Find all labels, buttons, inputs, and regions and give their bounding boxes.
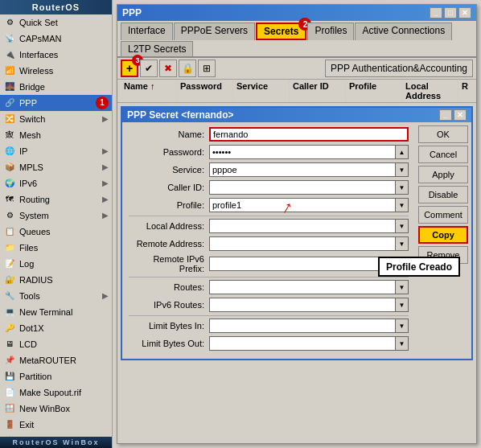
- profile-row: Profile: ▼: [129, 198, 409, 212]
- close-button[interactable]: ✕: [458, 7, 471, 18]
- callerid-input[interactable]: [209, 180, 396, 195]
- remoteaddr-label: Remote Address:: [129, 239, 209, 249]
- sidebar-item-exit[interactable]: 🚪 Exit: [0, 417, 112, 433]
- remoteaddr-dropdown[interactable]: ▼: [396, 236, 409, 251]
- tab-active-connections[interactable]: Active Connections: [355, 23, 452, 40]
- tab-secrets[interactable]: Secrets 2: [256, 23, 306, 40]
- lock-button[interactable]: 🔒: [179, 60, 196, 77]
- dialog-close[interactable]: ✕: [454, 109, 467, 121]
- remove-button[interactable]: ✖: [159, 60, 177, 77]
- ppp-tabs: Interface PPPoE Servers Secrets 2 Profil…: [117, 21, 476, 58]
- sidebar-item-ip[interactable]: 🌐 IP ▶: [0, 143, 112, 159]
- limitbytesout-input[interactable]: [209, 336, 396, 351]
- callerid-dropdown[interactable]: ▼: [396, 180, 409, 195]
- tab-pppoe-servers[interactable]: PPPoE Servers: [174, 23, 255, 40]
- ppp-toolbar: + 3 ✔ ✖ 🔒 ⊞ PPP Authentication&Accountin…: [117, 58, 476, 80]
- sidebar-item-mpls[interactable]: 📦 MPLS ▶: [0, 159, 112, 175]
- password-input[interactable]: [209, 145, 396, 159]
- password-wrap: ▲: [209, 145, 409, 159]
- copy-button[interactable]: Copy: [418, 226, 468, 244]
- sidebar-item-log[interactable]: 📝 Log: [0, 256, 112, 272]
- sidebar-item-ppp[interactable]: 🔗 PPP 1: [0, 95, 112, 111]
- sidebar-item-ipv6[interactable]: 🌍 IPv6 ▶: [0, 175, 112, 191]
- routes-input[interactable]: [209, 280, 396, 294]
- sidebar-item-wireless[interactable]: 📶 Wireless: [0, 63, 112, 79]
- ipv6routes-wrap: ▼: [209, 298, 409, 312]
- expand-arrow: ▶: [102, 162, 109, 171]
- sidebar-item-interfaces[interactable]: 🔌 Interfaces: [0, 47, 112, 63]
- switch-icon: 🔀: [3, 113, 16, 125]
- minimize-button[interactable]: _: [430, 7, 442, 18]
- sidebar-item-quickset[interactable]: ⚙ Quick Set: [0, 14, 112, 31]
- remoteipv6-wrap: Profile Creado ▼: [209, 257, 409, 271]
- limitbytesin-input[interactable]: [209, 319, 396, 333]
- sidebar-item-queues[interactable]: 📋 Queues: [0, 224, 112, 240]
- form-divider: [129, 216, 409, 216]
- main-content: PPP _ □ ✕ Interface PPPoE Servers Secret…: [113, 0, 481, 448]
- column-headers: Name ↑ Password Service Caller ID Profil…: [117, 80, 476, 103]
- remoteipv6-input[interactable]: [209, 257, 396, 271]
- password-scroll-up[interactable]: ▲: [396, 145, 409, 159]
- sidebar-item-capsman[interactable]: 📡 CAPsMAN: [0, 31, 112, 47]
- profile-dropdown[interactable]: ▼: [396, 198, 409, 212]
- disable-button[interactable]: Disable: [418, 186, 468, 203]
- ipv6routes-dropdown[interactable]: ▼: [396, 298, 409, 312]
- localaddr-input[interactable]: [209, 219, 396, 233]
- expand-arrow: ▶: [102, 211, 109, 220]
- maximize-button[interactable]: □: [444, 7, 457, 18]
- remoteipv6-row: Remote IPv6 Prefix: Profile Creado ▼: [129, 254, 409, 273]
- profile-wrap: ▼: [209, 198, 409, 212]
- add-button[interactable]: + 3: [121, 60, 138, 77]
- tab-profiles[interactable]: Profiles: [307, 23, 354, 40]
- sidebar-item-routing[interactable]: 🗺 Routing ▶: [0, 191, 112, 208]
- limitbytesin-dropdown[interactable]: ▼: [396, 319, 409, 333]
- remoteaddr-wrap: ▼: [209, 236, 409, 251]
- sidebar-item-label: Quick Set: [19, 18, 109, 27]
- cancel-button[interactable]: Cancel: [418, 146, 468, 163]
- sidebar-item-bridge[interactable]: 🌉 Bridge: [0, 79, 112, 95]
- limitbytesout-dropdown[interactable]: ▼: [396, 336, 409, 351]
- tab-l2tp-secrets[interactable]: L2TP Secrets: [121, 41, 193, 56]
- col-localaddr: Local Address: [402, 80, 458, 101]
- sidebar-item-radius[interactable]: 🔐 RADIUS: [0, 272, 112, 288]
- log-icon: 📝: [3, 257, 16, 270]
- routes-row: Routes: ▼: [129, 280, 409, 294]
- localaddr-dropdown[interactable]: ▼: [396, 219, 409, 233]
- remove-icon: ✖: [164, 63, 172, 74]
- filter-button[interactable]: ⊞: [198, 60, 216, 77]
- sidebar-item-dot1x[interactable]: 🔑 Dot1X: [0, 320, 112, 336]
- sidebar-item-lcd[interactable]: 🖥 LCD: [0, 336, 112, 352]
- ip-icon: 🌐: [3, 145, 16, 158]
- sidebar-item-system[interactable]: ⚙ System ▶: [0, 208, 112, 224]
- service-label: Service:: [129, 165, 209, 175]
- profile-input[interactable]: [209, 198, 396, 212]
- tab-interface[interactable]: Interface: [121, 23, 173, 40]
- sidebar-item-newterminal[interactable]: 💻 New Terminal: [0, 304, 112, 320]
- sidebar-item-newwinbox[interactable]: 🪟 New WinBox: [0, 401, 112, 417]
- profile-label: Profile:: [129, 200, 209, 210]
- service-dropdown[interactable]: ▼: [396, 162, 409, 177]
- sidebar-item-label: New Terminal: [19, 307, 109, 317]
- service-input[interactable]: [209, 162, 396, 177]
- sidebar-item-metarouter[interactable]: 📌 MetaROUTER: [0, 352, 112, 368]
- comment-button[interactable]: Comment: [418, 206, 468, 224]
- ok-button[interactable]: OK: [418, 125, 468, 143]
- check-button[interactable]: ✔: [140, 60, 158, 77]
- routes-dropdown[interactable]: ▼: [396, 280, 409, 294]
- ipv6routes-input[interactable]: [209, 298, 396, 312]
- sidebar-item-label: LCD: [19, 339, 109, 349]
- sidebar-item-files[interactable]: 📁 Files: [0, 240, 112, 256]
- auth-accounting-label: PPP Authentication&Accounting: [331, 63, 467, 74]
- expand-arrow: ▶: [102, 179, 109, 187]
- name-row: Name:: [129, 127, 409, 142]
- sidebar-item-mesh[interactable]: 🕸 Mesh: [0, 127, 112, 143]
- sidebar-item-tools[interactable]: 🔧 Tools ▶: [0, 288, 112, 304]
- sidebar-item-partition[interactable]: 💾 Partition: [0, 368, 112, 384]
- dialog-minimize[interactable]: _: [439, 109, 452, 121]
- name-input[interactable]: [209, 127, 409, 142]
- remoteaddr-input[interactable]: [209, 236, 396, 251]
- sidebar-item-switch[interactable]: 🔀 Switch ▶: [0, 111, 112, 127]
- apply-button[interactable]: Apply: [418, 166, 468, 183]
- sidebar-item-makesupout[interactable]: 📄 Make Supout.rif: [0, 384, 112, 401]
- auth-accounting-button[interactable]: PPP Authentication&Accounting: [325, 60, 473, 77]
